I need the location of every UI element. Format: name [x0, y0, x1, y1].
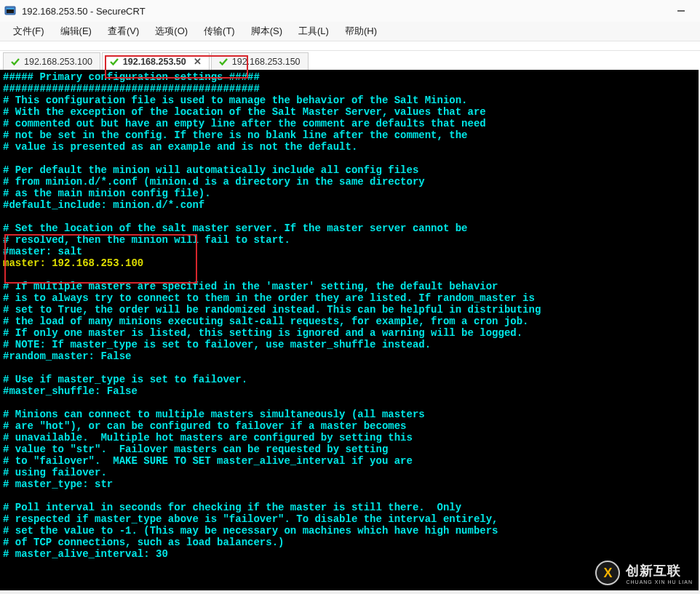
terminal-line: # from minion.d/*.conf (minion.d is a di…	[3, 176, 696, 188]
terminal-line: # the load of many minions executing sal…	[3, 316, 696, 327]
check-icon	[219, 57, 228, 66]
menu-view[interactable]: 查看(V)	[100, 23, 146, 40]
app-icon	[4, 5, 16, 17]
terminal-line: # Set the location of the salt master se…	[3, 222, 696, 234]
terminal-line: # not be set in the config. If there is …	[3, 129, 696, 141]
tab-session-2[interactable]: 192.168.253.50 ✕	[102, 52, 210, 70]
terminal-line	[3, 269, 696, 281]
menu-file[interactable]: 文件(F)	[6, 23, 52, 40]
watermark-text-en: CHUANG XIN HU LIAN	[626, 579, 693, 585]
terminal-line: # value is presented as an example and i…	[3, 141, 696, 153]
terminal-line: # Poll interval in seconds for checking …	[3, 502, 696, 513]
terminal-line	[3, 490, 696, 502]
toolbar-separator	[0, 41, 700, 51]
terminal-line: # unavailable. Multiple hot masters are …	[3, 432, 696, 444]
terminal-line: #master_shuffle: False	[3, 385, 696, 397]
watermark: X 创新互联 CHUANG XIN HU LIAN	[595, 561, 693, 585]
terminal-line: # commented out but have an empty line a…	[3, 118, 696, 129]
terminal-line	[3, 362, 696, 374]
menu-tools[interactable]: 工具(L)	[291, 23, 336, 40]
terminal-line: # as the main minion config file).	[3, 188, 696, 199]
titlebar: 192.168.253.50 - SecureCRT	[0, 0, 700, 22]
terminal-line	[3, 153, 696, 164]
menubar: 文件(F) 编辑(E) 查看(V) 选项(O) 传输(T) 脚本(S) 工具(L…	[0, 22, 700, 41]
terminal-line: # Minions can connect to multiple master…	[3, 409, 696, 420]
check-icon	[110, 57, 119, 66]
terminal-line: # If multiple masters are specified in t…	[3, 281, 696, 292]
menu-options[interactable]: 选项(O)	[148, 23, 195, 40]
svg-rect-2	[7, 8, 14, 9]
terminal-line: # resolved, then the minion will fail to…	[3, 234, 696, 246]
tab-session-1[interactable]: 192.168.253.100	[3, 52, 100, 70]
window-title: 192.168.253.50 - SecureCRT	[22, 6, 671, 17]
menu-script[interactable]: 脚本(S)	[244, 23, 290, 40]
terminal-line: # master_alive_interval: 30	[3, 548, 696, 560]
terminal-line: # This configuration file is used to man…	[3, 95, 696, 106]
terminal-line: # master_type: str	[3, 478, 696, 490]
tab-label: 192.168.253.100	[24, 57, 92, 67]
terminal-line: # set to True, the order will be randomi…	[3, 304, 696, 316]
watermark-text-cn: 创新互联	[626, 562, 693, 579]
terminal-line: master: 192.168.253.100	[3, 257, 696, 269]
terminal-line: #master: salt	[3, 246, 696, 257]
terminal-line: # NOTE: If master_type is set to failove…	[3, 339, 696, 350]
terminal-line	[3, 211, 696, 222]
minimize-button[interactable]	[671, 4, 691, 18]
terminal-line: ##### Primary configuration settings ###…	[3, 71, 696, 83]
terminal-line: # are "hot"), or can be configured to fa…	[3, 420, 696, 432]
terminal-line: # value to "str". Failover masters can b…	[3, 444, 696, 455]
terminal-line: # of TCP connections, such as load balan…	[3, 537, 696, 548]
tab-label: 192.168.253.50	[123, 57, 186, 67]
terminal-line	[3, 397, 696, 409]
terminal-line: # using failover.	[3, 467, 696, 478]
terminal-line: # set the value to -1. (This may be nece…	[3, 525, 696, 537]
terminal-line: # to "failover". MAKE SURE TO SET master…	[3, 455, 696, 467]
menu-edit[interactable]: 编辑(E)	[53, 23, 99, 40]
terminal-line: ########################################…	[3, 83, 696, 95]
terminal-line: # respected if master_type above is "fai…	[3, 513, 696, 525]
tab-session-3[interactable]: 192.168.253.150	[211, 52, 309, 70]
terminal[interactable]: ##### Primary configuration settings ###…	[0, 70, 699, 590]
terminal-line: # Per default the minion will automatica…	[3, 164, 696, 176]
terminal-line: # If only one master is listed, this set…	[3, 327, 696, 339]
tabbar: 192.168.253.100 192.168.253.50 ✕ 192.168…	[0, 51, 700, 70]
terminal-line: #random_master: False	[3, 350, 696, 362]
terminal-line	[3, 560, 696, 571]
terminal-line: # is to always try to connect to them in…	[3, 292, 696, 304]
terminal-line: # With the exception of the location of …	[3, 106, 696, 118]
watermark-logo-icon: X	[595, 561, 620, 585]
window-controls	[671, 4, 696, 18]
menu-help[interactable]: 帮助(H)	[338, 23, 384, 40]
terminal-line: #default_include: minion.d/*.conf	[3, 199, 696, 211]
menu-transfer[interactable]: 传输(T)	[196, 23, 242, 40]
terminal-line: # Use if master_type is set to failover.	[3, 374, 696, 385]
tab-label: 192.168.253.150	[232, 57, 301, 67]
close-icon[interactable]: ✕	[194, 56, 202, 67]
check-icon	[11, 57, 20, 66]
